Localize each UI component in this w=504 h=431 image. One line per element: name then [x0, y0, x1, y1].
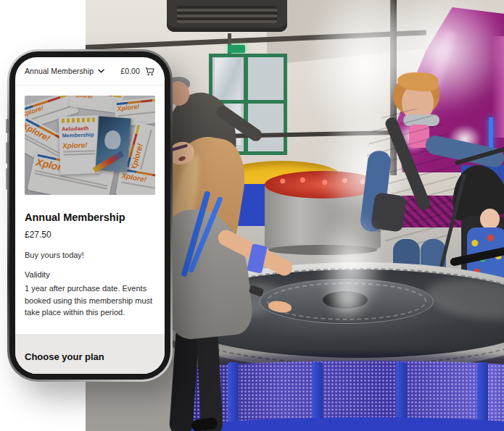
- product-dropdown-label: Annual Membership: [25, 67, 94, 75]
- chevron-down-icon: [98, 69, 104, 73]
- cart-total: £0.00: [120, 67, 140, 75]
- cart-icon: [144, 66, 155, 77]
- product-price: £27.50: [15, 230, 165, 240]
- volume-up-button: [6, 142, 9, 164]
- cart-summary[interactable]: £0.00: [120, 66, 155, 77]
- validity-text: 1 year after purchase date. Events booke…: [15, 283, 165, 319]
- ac-grille: [177, 6, 277, 23]
- product-tagline: Buy yours today!: [15, 251, 165, 259]
- plan-section: Choose your plan Annual Pass Unlimited a…: [15, 334, 165, 374]
- exit-sign: [228, 45, 245, 53]
- steam-from-hole: [325, 277, 370, 322]
- baby-head: [480, 209, 500, 230]
- volume-down-button: [6, 168, 9, 190]
- plan-section-title: Choose your plan: [25, 351, 155, 362]
- product-dropdown[interactable]: Annual Membership: [25, 67, 104, 75]
- plan-option-annual-pass[interactable]: Annual Pass Unlimited annual membership: [25, 373, 155, 374]
- photo-dim-overlay: [25, 96, 155, 195]
- mute-switch: [6, 119, 9, 133]
- membership-cards-photo: Xplore! Xplore! Xplore! Xplore! Xplore! …: [25, 96, 155, 195]
- phone-mockup: Annual Membership £0.00 Xplore!: [7, 49, 173, 382]
- phone-screen: Annual Membership £0.00 Xplore!: [15, 57, 165, 374]
- product-title: Annual Membership: [15, 212, 165, 223]
- shop-header: Annual Membership £0.00: [15, 57, 165, 85]
- validity-label: Validity: [15, 270, 165, 279]
- phone-bezel: Annual Membership £0.00 Xplore!: [9, 51, 170, 380]
